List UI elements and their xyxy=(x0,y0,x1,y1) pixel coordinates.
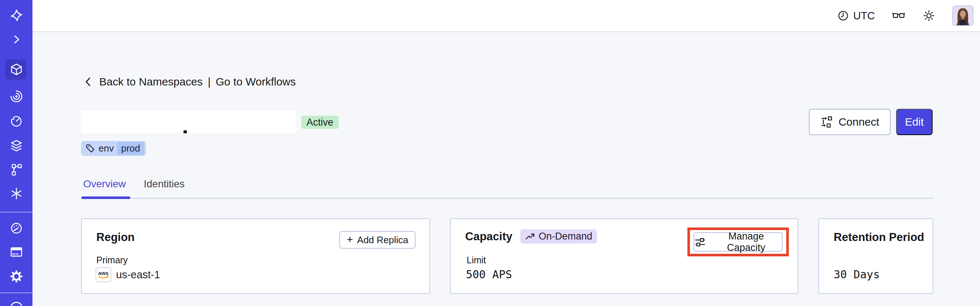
namespace-tag: env prod xyxy=(81,141,146,156)
sidebar xyxy=(0,0,32,306)
chevron-left-icon xyxy=(83,76,94,87)
status-badge: Active xyxy=(301,116,339,129)
primary-label: Primary xyxy=(96,255,128,266)
sidebar-item-schedules-timer-icon[interactable] xyxy=(0,114,32,129)
edit-button-label: Edit xyxy=(905,116,924,128)
sidebar-item-billing-card-icon[interactable] xyxy=(0,245,32,259)
trend-up-icon xyxy=(525,231,535,242)
timezone-selector[interactable]: UTC xyxy=(837,10,875,22)
topbar: UTC xyxy=(32,0,980,32)
sidebar-item-support-globe-icon[interactable] xyxy=(0,300,32,306)
tag-icon xyxy=(85,143,95,153)
app-root: UTC xyxy=(0,0,980,306)
breadcrumb-separator: | xyxy=(208,76,210,88)
annotation-highlight-box: Manage Capacity xyxy=(687,228,789,257)
namespace-title-text-remnant xyxy=(183,131,187,133)
sidebar-item-settings-gear-icon[interactable] xyxy=(0,269,32,284)
on-demand-badge: On-Demand xyxy=(520,230,597,244)
manage-capacity-button[interactable]: Manage Capacity xyxy=(694,232,783,252)
limit-label: Limit xyxy=(467,255,486,266)
retention-card: Retention Period 30 Days xyxy=(818,218,933,294)
sliders-icon xyxy=(694,236,706,248)
breadcrumb-back-link[interactable]: Back to Namespaces xyxy=(99,76,202,88)
add-replica-label: Add Replica xyxy=(357,234,408,246)
breadcrumb-workflows-link[interactable]: Go to Workflows xyxy=(216,76,296,88)
sidebar-divider xyxy=(0,293,32,293)
region-value-row: aws us-east-1 xyxy=(95,267,160,282)
theme-toggle-sun-icon[interactable] xyxy=(922,9,935,22)
connect-flow-icon xyxy=(820,115,833,129)
capacity-card: Capacity On-Demand xyxy=(450,218,798,294)
labs-glasses-icon[interactable] xyxy=(892,9,905,22)
tag-value-label: prod xyxy=(117,142,144,155)
capacity-limit-value: 500 APS xyxy=(466,268,512,281)
sidebar-item-workflows-spiral-icon[interactable] xyxy=(0,89,32,104)
tabs-divider-line xyxy=(81,198,933,199)
aws-logo-icon: aws xyxy=(95,267,111,282)
sidebar-item-usage-gauge-icon[interactable] xyxy=(0,221,32,236)
region-card: Region + Add Replica Primary aws us-east… xyxy=(81,218,430,294)
timezone-label: UTC xyxy=(853,10,875,22)
plus-icon: + xyxy=(347,234,353,245)
capacity-title-row: Capacity On-Demand xyxy=(465,230,597,244)
add-replica-button[interactable]: + Add Replica xyxy=(339,231,415,249)
region-card-title: Region xyxy=(96,231,135,244)
edit-button[interactable]: Edit xyxy=(896,109,932,135)
tag-key-label: env xyxy=(99,143,114,154)
user-avatar[interactable] xyxy=(952,5,974,26)
sidebar-item-deployments-branch-icon[interactable] xyxy=(0,163,32,177)
sidebar-expand-chevron-right-icon[interactable] xyxy=(0,32,32,47)
namespace-title-redacted xyxy=(81,111,296,133)
manage-capacity-label: Manage Capacity xyxy=(710,231,782,253)
sidebar-divider xyxy=(0,212,32,212)
retention-value: 30 Days xyxy=(834,268,880,281)
tab-identities[interactable]: Identities xyxy=(144,178,185,190)
region-value: us-east-1 xyxy=(116,269,160,281)
tab-overview[interactable]: Overview xyxy=(83,178,126,190)
connect-button[interactable]: Connect xyxy=(809,109,891,135)
clock-icon xyxy=(837,10,850,22)
retention-card-title: Retention Period xyxy=(834,231,924,244)
breadcrumb: Back to Namespaces | Go to Workflows xyxy=(83,75,296,89)
active-tab-underline xyxy=(81,196,130,199)
on-demand-label: On-Demand xyxy=(539,231,592,242)
temporal-logo-icon[interactable] xyxy=(0,8,32,22)
connect-button-label: Connect xyxy=(838,116,879,128)
sidebar-item-namespaces-cube-icon[interactable] xyxy=(0,62,32,76)
sidebar-item-batch-layers-icon[interactable] xyxy=(0,139,32,153)
capacity-card-title: Capacity xyxy=(465,230,512,243)
sidebar-item-nexus-asterisk-icon[interactable] xyxy=(0,186,32,201)
